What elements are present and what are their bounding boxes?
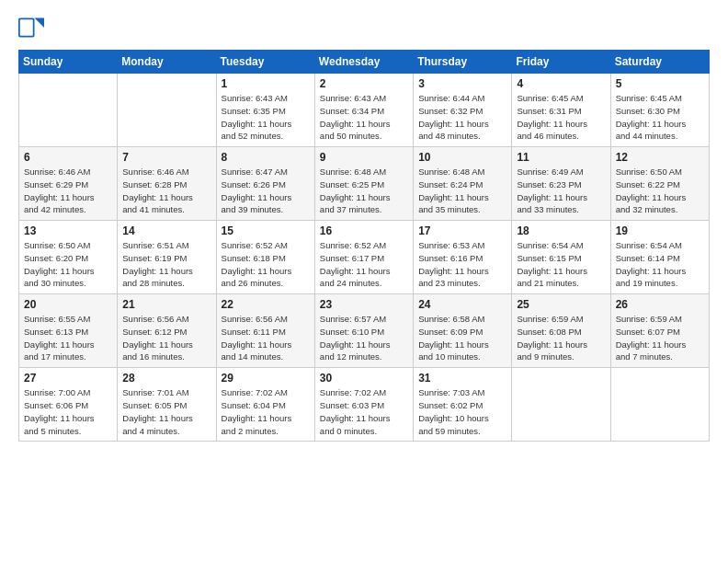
day-info: Sunrise: 6:57 AM Sunset: 6:10 PM Dayligh… — [320, 313, 408, 363]
day-info: Sunrise: 7:02 AM Sunset: 6:03 PM Dayligh… — [320, 386, 408, 437]
day-number: 1 — [222, 77, 310, 90]
day-number: 31 — [418, 372, 506, 385]
day-info: Sunrise: 6:59 AM Sunset: 6:08 PM Dayligh… — [517, 313, 605, 363]
calendar-cell: 31Sunrise: 7:03 AM Sunset: 6:02 PM Dayli… — [414, 368, 512, 442]
day-number: 5 — [616, 77, 704, 90]
day-number: 11 — [517, 151, 605, 164]
calendar-header: SundayMondayTuesdayWednesdayThursdayFrid… — [19, 51, 710, 74]
day-number: 18 — [517, 224, 605, 237]
day-info: Sunrise: 6:52 AM Sunset: 6:18 PM Dayligh… — [222, 239, 310, 290]
day-info: Sunrise: 7:00 AM Sunset: 6:06 PM Dayligh… — [24, 386, 112, 437]
calendar-cell: 5Sunrise: 6:45 AM Sunset: 6:30 PM Daylig… — [610, 74, 709, 147]
day-info: Sunrise: 6:49 AM Sunset: 6:23 PM Dayligh… — [517, 166, 605, 216]
day-number: 14 — [122, 224, 210, 237]
calendar-cell: 18Sunrise: 6:54 AM Sunset: 6:15 PM Dayli… — [512, 221, 610, 294]
calendar-cell: 28Sunrise: 7:01 AM Sunset: 6:05 PM Dayli… — [118, 368, 216, 442]
logo-icon — [18, 15, 44, 40]
calendar-cell: 4Sunrise: 6:45 AM Sunset: 6:31 PM Daylig… — [512, 74, 610, 147]
day-info: Sunrise: 6:44 AM Sunset: 6:32 PM Dayligh… — [418, 92, 506, 143]
calendar-cell — [19, 74, 118, 147]
day-info: Sunrise: 7:03 AM Sunset: 6:02 PM Dayligh… — [418, 386, 506, 437]
day-number: 28 — [122, 372, 210, 385]
week-row-5: 27Sunrise: 7:00 AM Sunset: 6:06 PM Dayli… — [19, 368, 710, 442]
page: SundayMondayTuesdayWednesdayThursdayFrid… — [0, 0, 728, 563]
day-number: 20 — [24, 298, 112, 311]
weekday-header-monday: Monday — [118, 51, 216, 74]
calendar-cell: 10Sunrise: 6:48 AM Sunset: 6:24 PM Dayli… — [414, 147, 512, 221]
day-number: 13 — [24, 224, 112, 237]
week-row-1: 1Sunrise: 6:43 AM Sunset: 6:35 PM Daylig… — [19, 74, 710, 147]
day-number: 21 — [122, 298, 210, 311]
day-info: Sunrise: 6:46 AM Sunset: 6:29 PM Dayligh… — [24, 166, 112, 216]
day-number: 24 — [418, 298, 506, 311]
calendar-cell: 13Sunrise: 6:50 AM Sunset: 6:20 PM Dayli… — [19, 221, 118, 294]
day-info: Sunrise: 6:51 AM Sunset: 6:19 PM Dayligh… — [122, 239, 210, 290]
calendar-cell: 1Sunrise: 6:43 AM Sunset: 6:35 PM Daylig… — [216, 74, 314, 147]
day-info: Sunrise: 6:43 AM Sunset: 6:34 PM Dayligh… — [320, 92, 408, 143]
header-area — [18, 15, 710, 40]
day-info: Sunrise: 7:01 AM Sunset: 6:05 PM Dayligh… — [122, 386, 210, 437]
day-number: 10 — [418, 151, 506, 164]
calendar-cell: 14Sunrise: 6:51 AM Sunset: 6:19 PM Dayli… — [118, 221, 216, 294]
day-info: Sunrise: 6:53 AM Sunset: 6:16 PM Dayligh… — [418, 239, 506, 290]
day-info: Sunrise: 6:47 AM Sunset: 6:26 PM Dayligh… — [222, 166, 310, 216]
day-number: 15 — [222, 224, 310, 237]
svg-rect-2 — [20, 19, 33, 36]
day-info: Sunrise: 6:52 AM Sunset: 6:17 PM Dayligh… — [320, 239, 408, 290]
calendar-cell: 3Sunrise: 6:44 AM Sunset: 6:32 PM Daylig… — [414, 74, 512, 147]
calendar-cell: 15Sunrise: 6:52 AM Sunset: 6:18 PM Dayli… — [216, 221, 314, 294]
day-info: Sunrise: 6:43 AM Sunset: 6:35 PM Dayligh… — [222, 92, 310, 143]
calendar-cell: 6Sunrise: 6:46 AM Sunset: 6:29 PM Daylig… — [19, 147, 118, 221]
day-info: Sunrise: 6:50 AM Sunset: 6:20 PM Dayligh… — [24, 239, 112, 290]
calendar-cell: 26Sunrise: 6:59 AM Sunset: 6:07 PM Dayli… — [610, 294, 709, 368]
day-number: 12 — [616, 151, 704, 164]
day-number: 17 — [418, 224, 506, 237]
day-number: 30 — [320, 372, 408, 385]
day-number: 7 — [122, 151, 210, 164]
day-info: Sunrise: 6:50 AM Sunset: 6:22 PM Dayligh… — [616, 166, 704, 216]
week-row-2: 6Sunrise: 6:46 AM Sunset: 6:29 PM Daylig… — [19, 147, 710, 221]
logo — [18, 15, 48, 40]
day-info: Sunrise: 6:48 AM Sunset: 6:24 PM Dayligh… — [418, 166, 506, 216]
calendar-cell: 9Sunrise: 6:48 AM Sunset: 6:25 PM Daylig… — [314, 147, 413, 221]
day-number: 8 — [222, 151, 310, 164]
day-number: 9 — [320, 151, 408, 164]
day-number: 16 — [320, 224, 408, 237]
day-info: Sunrise: 6:56 AM Sunset: 6:11 PM Dayligh… — [222, 313, 310, 363]
calendar-cell: 27Sunrise: 7:00 AM Sunset: 6:06 PM Dayli… — [19, 368, 118, 442]
weekday-header-sunday: Sunday — [19, 51, 118, 74]
weekday-header-thursday: Thursday — [414, 51, 512, 74]
weekday-row: SundayMondayTuesdayWednesdayThursdayFrid… — [19, 51, 710, 74]
week-row-4: 20Sunrise: 6:55 AM Sunset: 6:13 PM Dayli… — [19, 294, 710, 368]
day-info: Sunrise: 6:56 AM Sunset: 6:12 PM Dayligh… — [122, 313, 210, 363]
calendar-cell — [512, 368, 610, 442]
calendar-cell: 29Sunrise: 7:02 AM Sunset: 6:04 PM Dayli… — [216, 368, 314, 442]
day-number: 6 — [24, 151, 112, 164]
day-number: 4 — [517, 77, 605, 90]
day-info: Sunrise: 6:45 AM Sunset: 6:30 PM Dayligh… — [616, 92, 704, 143]
day-number: 27 — [24, 372, 112, 385]
calendar-cell: 8Sunrise: 6:47 AM Sunset: 6:26 PM Daylig… — [216, 147, 314, 221]
calendar-cell — [118, 74, 216, 147]
day-info: Sunrise: 6:58 AM Sunset: 6:09 PM Dayligh… — [418, 313, 506, 363]
calendar-cell: 11Sunrise: 6:49 AM Sunset: 6:23 PM Dayli… — [512, 147, 610, 221]
day-info: Sunrise: 7:02 AM Sunset: 6:04 PM Dayligh… — [222, 386, 310, 437]
day-number: 23 — [320, 298, 408, 311]
calendar-cell: 16Sunrise: 6:52 AM Sunset: 6:17 PM Dayli… — [314, 221, 413, 294]
calendar-cell: 12Sunrise: 6:50 AM Sunset: 6:22 PM Dayli… — [610, 147, 709, 221]
weekday-header-saturday: Saturday — [610, 51, 709, 74]
weekday-header-friday: Friday — [512, 51, 610, 74]
day-info: Sunrise: 6:46 AM Sunset: 6:28 PM Dayligh… — [122, 166, 210, 216]
calendar-cell: 30Sunrise: 7:02 AM Sunset: 6:03 PM Dayli… — [314, 368, 413, 442]
svg-marker-0 — [35, 18, 45, 29]
calendar-cell: 2Sunrise: 6:43 AM Sunset: 6:34 PM Daylig… — [314, 74, 413, 147]
day-info: Sunrise: 6:54 AM Sunset: 6:15 PM Dayligh… — [517, 239, 605, 290]
calendar-cell: 25Sunrise: 6:59 AM Sunset: 6:08 PM Dayli… — [512, 294, 610, 368]
calendar-cell: 7Sunrise: 6:46 AM Sunset: 6:28 PM Daylig… — [118, 147, 216, 221]
calendar-body: 1Sunrise: 6:43 AM Sunset: 6:35 PM Daylig… — [19, 74, 710, 442]
day-info: Sunrise: 6:55 AM Sunset: 6:13 PM Dayligh… — [24, 313, 112, 363]
weekday-header-tuesday: Tuesday — [216, 51, 314, 74]
day-number: 22 — [222, 298, 310, 311]
calendar-cell: 17Sunrise: 6:53 AM Sunset: 6:16 PM Dayli… — [414, 221, 512, 294]
weekday-header-wednesday: Wednesday — [314, 51, 413, 74]
